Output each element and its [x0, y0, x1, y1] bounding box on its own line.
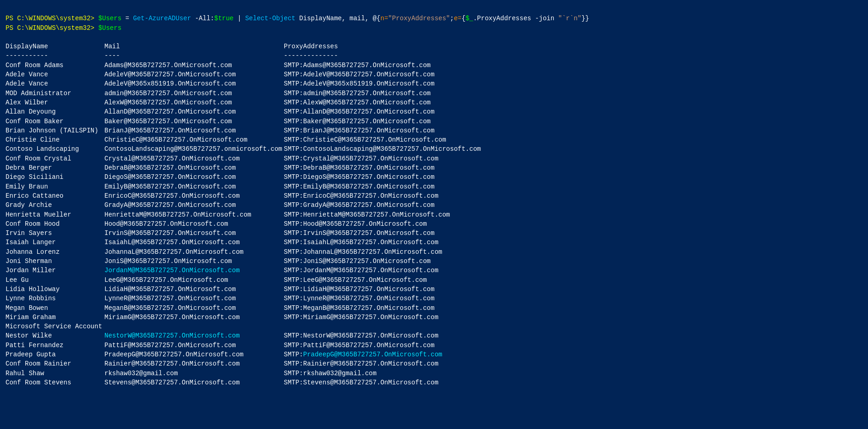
row-rahul-shaw: Rahul Shawrkshaw032@gmail.comSMTP:rkshaw…	[6, 370, 377, 377]
row-brian-johnson: Brian Johnson (TAILSPIN)BrianJ@M365B7272…	[6, 127, 435, 134]
row-conf-room-stevens: Conf Room StevensStevens@M365B727257.OnM…	[6, 379, 438, 386]
row-patti-fernandez: Patti FernandezPattiF@M365B727257.OnMicr…	[6, 342, 435, 349]
row-conf-room-baker: Conf Room BakerBaker@M365B727257.OnMicro…	[6, 118, 431, 125]
row-microsoft-service-account: Microsoft Service Account	[6, 323, 284, 330]
row-joni-sherman: Joni ShermanJoniS@M365B727257.OnMicrosof…	[6, 257, 431, 265]
row-grady-archie: Grady ArchieGradyA@M365B727257.OnMicroso…	[6, 201, 435, 209]
row-adele-vance-1: Adele VanceAdeleV@M365B727257.OnMicrosof…	[6, 71, 435, 78]
row-conf-room-rainier: Conf Room RainierRainier@M365B727257.OnM…	[6, 360, 438, 367]
column-separators: -----------------------------	[6, 52, 338, 59]
row-henrietta-mueller: Henrietta MuellerHenriettaM@M365B727257.…	[6, 211, 450, 218]
prompt-1: PS C:\WINDOWS\system32> $Users = Get-Azu…	[6, 15, 589, 22]
terminal-window: PS C:\WINDOWS\system32> $Users = Get-Azu…	[6, 5, 862, 387]
row-lee-gu: Lee GuLeeG@M365B727257.OnMicrosoft.comSM…	[6, 276, 427, 284]
row-conf-room-adams: Conf Room AdamsAdams@M365B727257.OnMicro…	[6, 62, 431, 69]
row-christie-cline: Christie ClineChristieC@M365B727257.OnMi…	[6, 136, 446, 143]
row-conf-room-crystal: Conf Room CrystalCrystal@M365B727257.OnM…	[6, 155, 438, 162]
row-diego-siciliani: Diego SicilianiDiegoS@M365B727257.OnMicr…	[6, 173, 435, 181]
prompt-2: PS C:\WINDOWS\system32> $Users	[6, 24, 121, 32]
row-contoso-landscaping: Contoso LandscapingContosoLandscaping@M3…	[6, 145, 481, 153]
row-conf-room-hood: Conf Room HoodHood@M365B727257.OnMicroso…	[6, 220, 427, 228]
row-lynne-robbins: Lynne RobbinsLynneR@M365B727257.OnMicros…	[6, 295, 435, 302]
row-miriam-graham: Miriam GrahamMiriamG@M365B727257.OnMicro…	[6, 314, 438, 321]
row-pradeep-gupta: Pradeep GuptaPradeepG@M365B727257.OnMicr…	[6, 351, 442, 358]
row-nestor-wilke: Nestor WilkeNestorW@M365B727257.OnMicros…	[6, 332, 438, 339]
row-mod-admin: MOD Administratoradmin@M365B727257.OnMic…	[6, 90, 431, 97]
row-johanna-lorenz: Johanna LorenzJohannaL@M365B727257.OnMic…	[6, 248, 442, 256]
row-allan-deyoung: Allan DeyoungAllanD@M365B727257.OnMicros…	[6, 108, 435, 115]
row-megan-bowen: Megan BowenMeganB@M365B727257.OnMicrosof…	[6, 304, 435, 312]
row-isaiah-langer: Isaiah LangerIsaiahL@M365B727257.OnMicro…	[6, 239, 438, 246]
row-irvin-sayers: Irvin SayersIrvinS@M365B727257.OnMicroso…	[6, 229, 435, 237]
row-alex-wilber: Alex WilberAlexW@M365B727257.OnMicrosoft…	[6, 99, 431, 106]
row-enrico-cattaneo: Enrico CattaneoEnricoC@M365B727257.OnMic…	[6, 192, 438, 200]
row-jordan-miller: Jordan MillerJordanM@M365B727257.OnMicro…	[6, 267, 438, 274]
column-headers: DisplayNameMailProxyAddresses	[6, 43, 338, 50]
row-emily-braun: Emily BraunEmilyB@M365B727257.OnMicrosof…	[6, 183, 435, 190]
row-debra-berger: Debra BergerDebraB@M365B727257.OnMicroso…	[6, 164, 435, 172]
row-adele-vance-2: Adele VanceAdeleV@M365x851919.OnMicrosof…	[6, 80, 435, 87]
row-lidia-holloway: Lidia HollowayLidiaH@M365B727257.OnMicro…	[6, 286, 435, 293]
